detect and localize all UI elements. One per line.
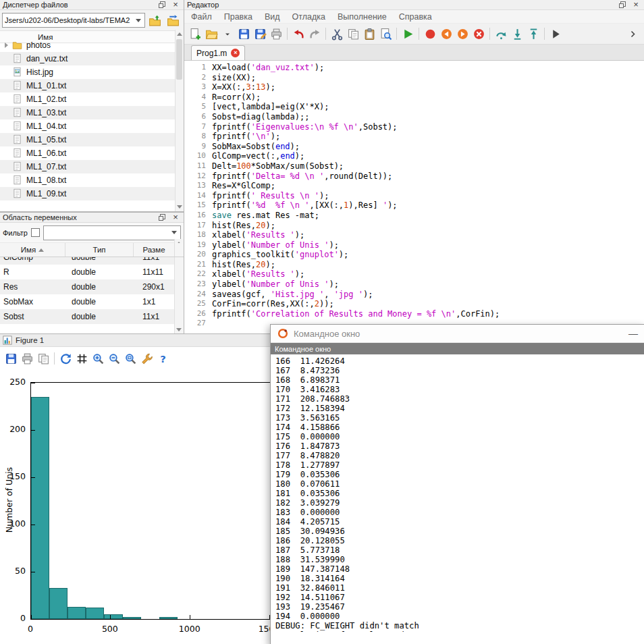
- file-row[interactable]: ML1_01.txt: [0, 79, 176, 92]
- filter-combobox[interactable]: [43, 225, 181, 240]
- bp-prev-icon[interactable]: [438, 26, 454, 42]
- print-icon[interactable]: [268, 26, 284, 42]
- column-header-size[interactable]: Разме: [134, 243, 175, 257]
- refresh-icon[interactable]: [57, 350, 74, 367]
- tab-close-icon[interactable]: ×: [231, 49, 240, 57]
- menu-item[interactable]: Правка: [224, 12, 252, 22]
- undock-icon[interactable]: [157, 1, 167, 9]
- overflow-icon[interactable]: [625, 26, 641, 42]
- step-over-icon[interactable]: [493, 26, 509, 42]
- file-row[interactable]: ML1_09.txt: [0, 187, 176, 200]
- code-line: 20graphics_toolkit('gnuplot');: [184, 250, 644, 260]
- scroll-down-icon[interactable]: [177, 205, 182, 209]
- file-row[interactable]: ML1_06.txt: [0, 146, 176, 160]
- menu-item[interactable]: Файл: [191, 12, 212, 22]
- code-text: hist(Res,20);: [212, 260, 275, 270]
- command-window-output[interactable]: 166 11.426264 167 8.473236 168 6.898371 …: [271, 354, 644, 632]
- scroll-down-icon[interactable]: [176, 328, 182, 331]
- file-row[interactable]: ML1_05.txt: [0, 133, 176, 146]
- editor-tabbar: Prog1.m ×: [184, 45, 644, 61]
- expand-chevron-icon[interactable]: [5, 43, 8, 48]
- open-folder-icon[interactable]: [203, 26, 219, 42]
- menu-arrow-icon[interactable]: [219, 26, 236, 42]
- close-icon[interactable]: ×: [170, 1, 181, 9]
- column-header-name[interactable]: Имя: [0, 243, 65, 257]
- folder-up-icon[interactable]: [146, 13, 163, 28]
- tools-icon[interactable]: [138, 350, 155, 367]
- command-window-titlebar[interactable]: Командное окно —: [271, 325, 644, 343]
- bp-next-icon[interactable]: [454, 26, 471, 42]
- code-text: ylabel('Number of Unis ');: [212, 240, 339, 250]
- cut-icon[interactable]: [329, 26, 345, 42]
- copy-icon[interactable]: [345, 26, 361, 42]
- undo-icon[interactable]: [290, 26, 306, 42]
- line-number: 20: [184, 250, 212, 260]
- variable-type: double: [68, 282, 139, 292]
- file-row[interactable]: dan_vuz.txt: [0, 52, 176, 65]
- variable-row[interactable]: Resdouble290x1: [0, 279, 184, 294]
- save-icon[interactable]: [236, 26, 252, 42]
- file-row[interactable]: ML1_07.txt: [0, 160, 176, 173]
- file-row[interactable]: ML1_04.txt: [0, 119, 176, 133]
- line-number: 7: [184, 122, 212, 132]
- new-file-icon[interactable]: [187, 26, 203, 42]
- grid-icon[interactable]: [74, 350, 90, 367]
- y-tick-mark: [31, 477, 35, 478]
- filter-checkbox[interactable]: [31, 228, 40, 237]
- zoom-fit-icon[interactable]: [122, 350, 138, 367]
- histogram-bar: [104, 614, 122, 619]
- copy-icon[interactable]: [35, 350, 51, 367]
- y-axis-label: Number of Unis: [4, 456, 14, 544]
- file-row[interactable]: ML1_02.txt: [0, 92, 176, 106]
- run-icon[interactable]: [400, 26, 416, 42]
- paste-icon[interactable]: [361, 26, 377, 42]
- column-header-type[interactable]: Тип: [65, 243, 134, 257]
- workspace-filter-row: Фильтр: [0, 223, 184, 243]
- close-icon[interactable]: ×: [630, 1, 641, 9]
- toolbar-separator: [544, 28, 545, 40]
- minimize-icon[interactable]: —: [628, 328, 638, 339]
- file-row[interactable]: Hist.jpg: [0, 65, 176, 79]
- file-row[interactable]: ML1_08.txt: [0, 173, 176, 187]
- bp-clear-icon[interactable]: [471, 26, 487, 42]
- file-row[interactable]: ML1_03.txt: [0, 106, 176, 119]
- histogram-bar: [49, 588, 68, 619]
- scrollbar-thumb[interactable]: [176, 39, 182, 80]
- continue-icon[interactable]: [547, 26, 564, 42]
- command-window-dock-header[interactable]: Командное окно: [271, 343, 644, 354]
- find-icon[interactable]: [377, 26, 394, 42]
- step-in-icon[interactable]: [509, 26, 525, 42]
- print-icon[interactable]: [19, 350, 35, 367]
- menu-item[interactable]: Отладка: [292, 12, 325, 22]
- variable-row[interactable]: SobMaxdouble1x1: [0, 294, 184, 309]
- file-row[interactable]: photos: [0, 38, 176, 52]
- file-list-scrollbar[interactable]: [175, 30, 184, 211]
- variable-row[interactable]: Sobstdouble11x1: [0, 309, 184, 324]
- zoom-out-icon[interactable]: [106, 350, 122, 367]
- menu-item[interactable]: Выполнение: [338, 12, 387, 22]
- code-line: 16save res.mat Res -mat;: [184, 211, 644, 221]
- chevron-down-icon[interactable]: [171, 231, 177, 234]
- variable-row[interactable]: Rdouble11x11: [0, 265, 184, 279]
- step-out-icon[interactable]: [525, 26, 541, 42]
- help-icon[interactable]: ?: [155, 350, 171, 367]
- folder-browse-icon[interactable]: [165, 13, 182, 28]
- code-editor-area[interactable]: 1XX=load('dan_vuz.txt');2size(XX);3X=XX(…: [184, 61, 644, 329]
- tab-prog1[interactable]: Prog1.m ×: [191, 45, 245, 60]
- histogram-bar: [159, 617, 178, 619]
- breakpoint-icon[interactable]: [422, 26, 438, 42]
- scroll-up-icon[interactable]: [177, 32, 182, 36]
- menu-item[interactable]: Справка: [399, 12, 432, 22]
- chevron-down-icon[interactable]: [136, 19, 141, 22]
- undock-icon[interactable]: [617, 1, 628, 9]
- sort-ascending-icon: [38, 248, 44, 252]
- zoom-in-icon[interactable]: [90, 350, 106, 367]
- variable-row[interactable]: GlCompdouble11x1: [0, 257, 184, 265]
- undock-icon[interactable]: [157, 213, 167, 222]
- save-icon[interactable]: [3, 350, 19, 367]
- close-icon[interactable]: ×: [170, 213, 181, 222]
- save-as-icon[interactable]: [252, 26, 268, 42]
- menu-item[interactable]: Вид: [265, 12, 280, 22]
- redo-icon[interactable]: [306, 26, 323, 42]
- current-directory-combobox[interactable]: Jsers/u202-06/Desktop/it-labs/TEMA2: [2, 13, 145, 28]
